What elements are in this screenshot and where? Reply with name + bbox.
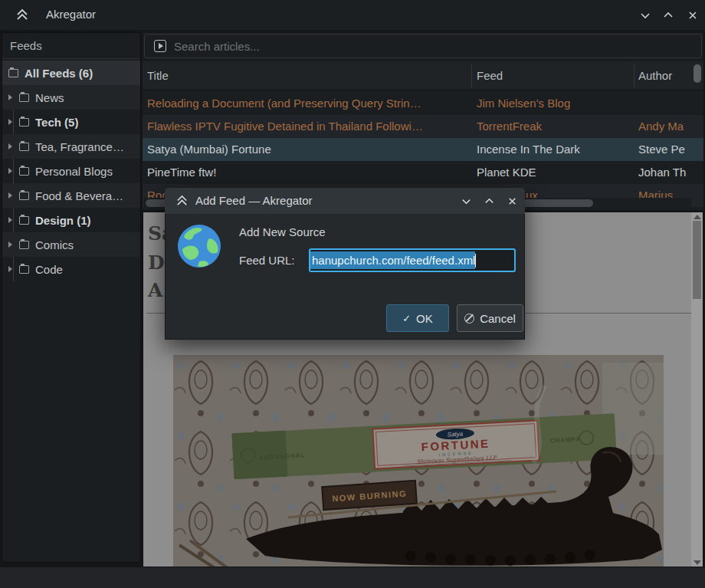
article-panel: Search articles... Title Feed Author Rel…: [143, 32, 703, 210]
folder-icon: [19, 118, 29, 126]
text-caret: [475, 254, 476, 268]
folder-icon: [19, 265, 29, 274]
article-photo-incense: SUGANDHAL CHAMPA Satya FORTUNE INCENSE S…: [173, 355, 664, 567]
article-heading-fragment: D: [148, 251, 165, 274]
ok-button[interactable]: ✓ OK: [386, 304, 449, 332]
folder-icon: [19, 143, 29, 151]
article-row[interactable]: Reloading a Document (and Preserving Que…: [143, 92, 703, 115]
search-filter-icon: [154, 40, 166, 52]
akregator-window: Akregator Feeds All Feeds (6) News Tech …: [0, 0, 705, 588]
sidebar-item-tech[interactable]: Tech (5): [2, 110, 140, 134]
dialog-maximize-button[interactable]: [480, 192, 497, 209]
article-row-selected[interactable]: Satya (Mumbai) Fortune Incense In The Da…: [143, 138, 703, 161]
cancel-button[interactable]: Cancel: [457, 304, 523, 332]
desktop-strip: [0, 567, 705, 588]
vertical-scrollbar[interactable]: [693, 63, 702, 207]
dialog-titlebar[interactable]: Add Feed — Akregator: [165, 188, 525, 214]
sidebar-item-comics[interactable]: Comics: [2, 232, 140, 257]
chevron-right-icon[interactable]: [7, 265, 15, 273]
keep-above-icon: [15, 8, 29, 25]
add-feed-dialog: Add Feed — Akregator Add Ne: [165, 188, 525, 340]
feed-url-label: Feed URL:: [239, 254, 295, 267]
article-row[interactable]: Flawless IPTV Fugitive Detained in Thail…: [143, 115, 703, 138]
selected-input-text: hanupchurch.com/feed/feed.xml: [310, 251, 475, 269]
column-separator[interactable]: [471, 64, 472, 87]
close-button[interactable]: [684, 7, 701, 24]
titlebar[interactable]: Akregator: [0, 0, 705, 31]
article-row[interactable]: PineTime ftw! Planet KDE Johan Th: [143, 161, 703, 184]
column-separator[interactable]: [634, 64, 634, 87]
window-title: Akregator: [46, 8, 96, 21]
sidebar-item-personal-blogs[interactable]: Personal Blogs: [2, 159, 140, 183]
column-header-author[interactable]: Author: [638, 61, 672, 90]
cancel-slash-icon: [464, 314, 474, 324]
dialog-heading: Add New Source: [239, 225, 326, 238]
chevron-right-icon[interactable]: [7, 216, 15, 224]
minimize-button[interactable]: [637, 7, 654, 24]
keep-above-icon: [175, 194, 189, 210]
column-header-title[interactable]: Title: [147, 61, 169, 90]
dialog-body: Add New Source Feed URL: hanupchurch.com…: [165, 214, 525, 340]
folder-icon: [8, 69, 18, 77]
dialog-close-button[interactable]: [503, 192, 520, 209]
webview-scrollbar-thumb[interactable]: [693, 221, 701, 299]
maximize-button[interactable]: [660, 7, 677, 24]
search-placeholder: Search articles...: [174, 40, 260, 53]
folder-icon: [19, 241, 29, 249]
sidebar-item-code[interactable]: Code: [2, 257, 140, 281]
sidebar-item-all-feeds[interactable]: All Feeds (6): [2, 61, 140, 85]
folder-icon: [19, 167, 29, 176]
vertical-scrollbar-thumb[interactable]: [694, 64, 701, 83]
feeds-header: Feeds: [2, 33, 140, 59]
scroll-down-arrow-icon[interactable]: [694, 560, 701, 565]
checkmark-icon: ✓: [402, 313, 411, 324]
feeds-sidebar: Feeds All Feeds (6) News Tech (5) Tea, F…: [2, 32, 141, 563]
search-input[interactable]: Search articles...: [144, 34, 702, 58]
chevron-right-icon[interactable]: [7, 192, 15, 199]
chevron-right-icon[interactable]: [7, 241, 15, 248]
list-header: Title Feed Author: [143, 61, 703, 90]
sidebar-item-design[interactable]: Design (1): [2, 208, 140, 232]
globe-icon: [176, 223, 222, 272]
chevron-right-icon[interactable]: [7, 94, 15, 101]
dialog-minimize-button[interactable]: [457, 192, 474, 209]
webview-scrollbar[interactable]: [691, 212, 703, 567]
feed-url-input[interactable]: hanupchurch.com/feed/feed.xml: [309, 248, 516, 272]
folder-icon: [19, 192, 29, 200]
sidebar-item-tea-fragrance[interactable]: Tea, Fragrance…: [2, 134, 140, 159]
folder-icon: [19, 216, 29, 225]
folder-icon: [19, 94, 29, 102]
chevron-right-icon[interactable]: [7, 118, 15, 126]
chevron-right-icon[interactable]: [7, 167, 15, 175]
scroll-up-arrow-icon[interactable]: [694, 215, 701, 219]
sidebar-item-food-beverage[interactable]: Food & Bevera…: [2, 183, 140, 208]
dialog-title: Add Feed — Akregator: [195, 194, 313, 207]
sidebar-item-news[interactable]: News: [2, 85, 140, 110]
chevron-right-icon[interactable]: [7, 143, 15, 150]
column-header-feed[interactable]: Feed: [477, 61, 503, 90]
article-heading-fragment: A: [148, 279, 162, 301]
